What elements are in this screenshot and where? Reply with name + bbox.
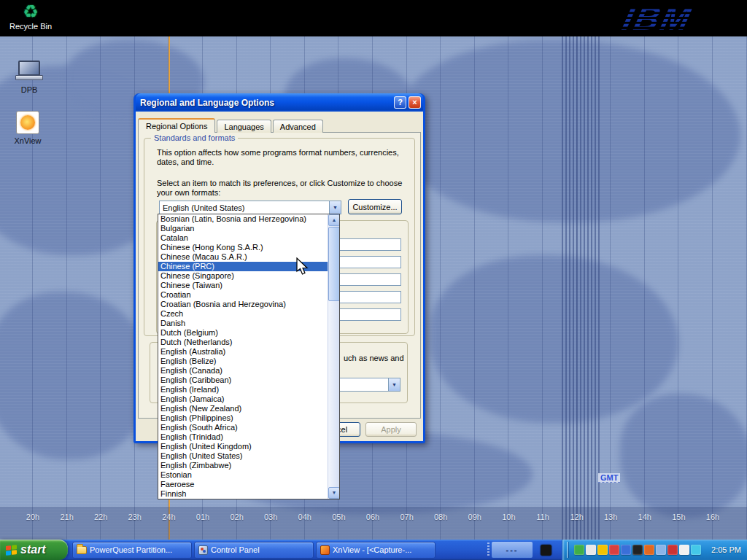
timezone-label: 16h xyxy=(700,513,725,521)
tray-icon[interactable] xyxy=(656,545,666,555)
regional-options-dialog: Regional and Language Options ? × Region… xyxy=(133,93,425,443)
windows-logo-icon xyxy=(6,545,17,556)
timezone-label: 09h xyxy=(462,513,487,521)
xnview-icon xyxy=(320,545,330,555)
language-list-item[interactable]: English (Zimbabwe) xyxy=(158,461,328,470)
timezone-label: 10h xyxy=(496,513,521,521)
language-list-item[interactable]: English (Australia) xyxy=(158,347,328,357)
language-list-item[interactable]: English (Ireland) xyxy=(158,385,328,394)
taskbar-indicator-icon[interactable] xyxy=(541,545,551,556)
language-list-item[interactable]: English (Jamaica) xyxy=(158,394,328,404)
dialog-tab[interactable]: Regional Options xyxy=(138,118,215,133)
timezone-label: 03h xyxy=(258,513,283,521)
language-list-item[interactable]: Croatian xyxy=(158,290,328,300)
tray-icon[interactable] xyxy=(632,545,643,555)
language-list-item[interactable]: Estonian xyxy=(158,470,328,480)
language-list-item[interactable]: Bosnian (Latin, Bosnia and Herzegovina) xyxy=(158,214,328,224)
language-list-item[interactable]: English (Canada) xyxy=(158,366,328,376)
chevron-up-icon: ▲ xyxy=(332,217,337,222)
taskbar-deskband[interactable]: --- xyxy=(492,542,533,558)
scroll-up-button[interactable]: ▲ xyxy=(328,214,340,226)
start-button[interactable]: start xyxy=(0,540,68,560)
desktop-icon-label: DPB xyxy=(3,85,55,94)
scroll-thumb[interactable] xyxy=(328,227,340,301)
apply-button[interactable]: Apply xyxy=(365,422,417,437)
folder-icon xyxy=(77,546,87,554)
task-button[interactable]: Control Panel xyxy=(194,542,314,559)
timezone-label: 07h xyxy=(395,513,419,521)
language-list-item[interactable]: Finnish xyxy=(158,489,328,499)
taskbar-clock[interactable]: 2:05 PM xyxy=(711,545,741,554)
language-list[interactable]: ▲ ▼ Bosnian (Latin, Bosnia and Herzegovi… xyxy=(158,214,340,499)
timezone-label: 11h xyxy=(530,513,555,521)
top-banner: ♻ Recycle Bin IBM xyxy=(0,0,747,36)
tray-icon[interactable] xyxy=(691,545,701,555)
language-list-item[interactable]: Bulgarian xyxy=(158,224,328,233)
task-button[interactable]: XnView - [<Capture-... xyxy=(316,542,436,559)
dialog-title: Regional and Language Options xyxy=(140,98,392,108)
tray-icon[interactable] xyxy=(597,545,608,555)
task-button-label: XnView - [<Capture-... xyxy=(333,545,411,554)
language-list-item[interactable]: English (South Africa) xyxy=(158,423,328,432)
format-combobox-value: English (United States) xyxy=(160,203,329,212)
control-panel-icon xyxy=(198,545,208,555)
language-list-item[interactable]: English (New Zealand) xyxy=(158,404,328,413)
combo-dropdown-button[interactable]: ▼ xyxy=(388,378,400,391)
recycle-bin-icon: ♻ xyxy=(4,1,57,22)
tray-icon[interactable] xyxy=(574,545,584,555)
timezone-label: 12h xyxy=(565,513,589,521)
language-list-item[interactable]: Chinese (Hong Kong S.A.R.) xyxy=(158,243,328,252)
language-list-item[interactable]: Catalan xyxy=(158,233,328,243)
timezone-label: 01h xyxy=(190,513,215,521)
language-list-item[interactable]: English (Belize) xyxy=(158,357,328,366)
tray-icon[interactable] xyxy=(609,545,619,555)
language-list-item[interactable]: English (Philippines) xyxy=(158,413,328,423)
language-list-item[interactable]: Faeroese xyxy=(158,480,328,489)
language-list-item[interactable]: English (Trinidad) xyxy=(158,432,328,442)
language-list-item[interactable]: Dutch (Belgium) xyxy=(158,328,328,338)
language-list-item[interactable]: Croatian (Bosnia and Herzegovina) xyxy=(158,300,328,309)
language-list-item[interactable]: English (United Kingdom) xyxy=(158,442,328,451)
tray-icon[interactable] xyxy=(679,545,689,555)
tray-divider xyxy=(567,542,569,558)
mouse-cursor xyxy=(296,257,309,276)
tray-icon[interactable] xyxy=(586,545,596,555)
language-list-item[interactable]: English (Caribbean) xyxy=(158,376,328,385)
desktop-icon-xnview[interactable]: XnView xyxy=(1,111,54,145)
timezone-label: 14h xyxy=(632,513,657,521)
language-list-item[interactable]: Chinese (Taiwan) xyxy=(158,281,328,290)
language-list-item[interactable]: Dutch (Netherlands) xyxy=(158,338,328,347)
dialog-tab[interactable]: Languages xyxy=(217,120,271,133)
timezone-label: 23h xyxy=(123,513,147,521)
timezone-label: 02h xyxy=(225,513,249,521)
tray-icon[interactable] xyxy=(667,545,678,555)
tray-icon-strip xyxy=(574,545,701,555)
language-list-item[interactable]: Czech xyxy=(158,309,328,319)
format-combobox[interactable]: English (United States) ▼ xyxy=(159,201,341,214)
location-description-fragment: uch as news and xyxy=(344,354,404,362)
chevron-down-icon: ▼ xyxy=(392,382,397,387)
timezone-scale: 20h21h22h23h24h01h02h03h04h05h06h07h08h0… xyxy=(0,513,747,524)
dialog-tab[interactable]: Advanced xyxy=(273,120,323,133)
tab-strip: Regional OptionsLanguagesAdvanced xyxy=(136,112,423,133)
scroll-down-button[interactable]: ▼ xyxy=(328,487,340,499)
customize-button[interactable]: Customize... xyxy=(348,199,402,214)
combo-dropdown-button[interactable]: ▼ xyxy=(329,201,341,214)
system-tray: 2:05 PM xyxy=(562,540,747,560)
tray-icon[interactable] xyxy=(644,545,654,555)
task-button-label: PowerQuest Partition... xyxy=(90,545,172,554)
task-button-label: Control Panel xyxy=(211,545,260,554)
task-button[interactable]: PowerQuest Partition... xyxy=(72,542,192,559)
close-button[interactable]: × xyxy=(409,96,421,109)
desktop-icon-recycle-bin[interactable]: ♻ Recycle Bin xyxy=(4,1,57,31)
desktop: 20h21h22h23h24h01h02h03h04h05h06h07h08h0… xyxy=(0,0,747,560)
gmt-label: GMT xyxy=(598,473,620,483)
desktop-icon-dpb[interactable]: DPB xyxy=(3,58,55,94)
language-list-item[interactable]: Danish xyxy=(158,319,328,328)
dialog-titlebar[interactable]: Regional and Language Options ? × xyxy=(136,93,423,112)
language-list-item[interactable]: English (United States) xyxy=(158,451,328,461)
tray-icon[interactable] xyxy=(621,545,631,555)
list-scrollbar[interactable]: ▲ ▼ xyxy=(328,214,339,499)
help-button[interactable]: ? xyxy=(394,96,406,109)
task-button-strip: PowerQuest Partition... Control Panel Xn… xyxy=(70,542,436,559)
